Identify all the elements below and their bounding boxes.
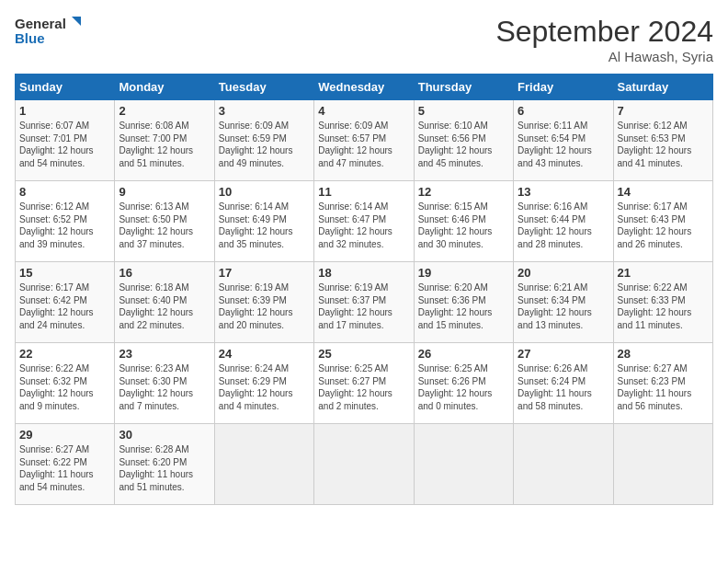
month-title: September 2024 bbox=[495, 15, 713, 49]
day-detail: Sunrise: 6:19 AMSunset: 6:37 PMDaylight:… bbox=[318, 282, 409, 331]
calendar-cell: 23Sunrise: 6:23 AMSunset: 6:30 PMDayligh… bbox=[115, 343, 214, 424]
col-header-thursday: Thursday bbox=[414, 75, 513, 100]
day-number: 10 bbox=[219, 185, 310, 199]
day-detail: Sunrise: 6:10 AMSunset: 6:56 PMDaylight:… bbox=[418, 120, 509, 169]
calendar-cell: 8Sunrise: 6:12 AMSunset: 6:52 PMDaylight… bbox=[16, 181, 115, 262]
day-number: 8 bbox=[19, 185, 110, 199]
day-number: 15 bbox=[19, 266, 110, 280]
day-detail: Sunrise: 6:18 AMSunset: 6:40 PMDaylight:… bbox=[119, 282, 210, 331]
calendar-cell: 13Sunrise: 6:16 AMSunset: 6:44 PMDayligh… bbox=[514, 181, 613, 262]
calendar-cell: 24Sunrise: 6:24 AMSunset: 6:29 PMDayligh… bbox=[214, 343, 313, 424]
day-detail: Sunrise: 6:14 AMSunset: 6:49 PMDaylight:… bbox=[219, 201, 310, 250]
day-number: 30 bbox=[119, 428, 210, 442]
svg-text:Blue: Blue bbox=[15, 30, 45, 46]
calendar-cell: 26Sunrise: 6:25 AMSunset: 6:26 PMDayligh… bbox=[414, 343, 513, 424]
calendar-cell: 9Sunrise: 6:13 AMSunset: 6:50 PMDaylight… bbox=[115, 181, 214, 262]
calendar-cell: 4Sunrise: 6:09 AMSunset: 6:57 PMDaylight… bbox=[314, 100, 414, 181]
day-detail: Sunrise: 6:24 AMSunset: 6:29 PMDaylight:… bbox=[219, 362, 310, 412]
calendar-cell: 11Sunrise: 6:14 AMSunset: 6:47 PMDayligh… bbox=[314, 181, 414, 262]
day-detail: Sunrise: 6:13 AMSunset: 6:50 PMDaylight:… bbox=[119, 201, 210, 250]
calendar-cell: 5Sunrise: 6:10 AMSunset: 6:56 PMDaylight… bbox=[414, 100, 513, 181]
calendar-cell: 18Sunrise: 6:19 AMSunset: 6:37 PMDayligh… bbox=[314, 262, 414, 343]
day-number: 1 bbox=[19, 104, 110, 118]
day-detail: Sunrise: 6:20 AMSunset: 6:36 PMDaylight:… bbox=[418, 282, 509, 331]
calendar-cell: 17Sunrise: 6:19 AMSunset: 6:39 PMDayligh… bbox=[214, 262, 313, 343]
calendar-cell: 25Sunrise: 6:25 AMSunset: 6:27 PMDayligh… bbox=[314, 343, 414, 424]
page-header: General Blue September 2024 Al Hawash, S… bbox=[15, 15, 713, 64]
day-number: 23 bbox=[119, 347, 210, 361]
calendar-cell: 10Sunrise: 6:14 AMSunset: 6:49 PMDayligh… bbox=[214, 181, 313, 262]
day-number: 9 bbox=[119, 185, 210, 199]
col-header-monday: Monday bbox=[115, 75, 214, 100]
day-detail: Sunrise: 6:22 AMSunset: 6:32 PMDaylight:… bbox=[19, 362, 110, 412]
day-number: 16 bbox=[119, 266, 210, 280]
calendar-cell: 12Sunrise: 6:15 AMSunset: 6:46 PMDayligh… bbox=[414, 181, 513, 262]
day-number: 5 bbox=[418, 104, 509, 118]
day-detail: Sunrise: 6:12 AMSunset: 6:52 PMDaylight:… bbox=[19, 201, 110, 250]
day-number: 19 bbox=[418, 266, 509, 280]
day-number: 28 bbox=[618, 347, 709, 361]
calendar-cell: 28Sunrise: 6:27 AMSunset: 6:23 PMDayligh… bbox=[613, 343, 712, 424]
day-detail: Sunrise: 6:27 AMSunset: 6:23 PMDaylight:… bbox=[618, 362, 709, 412]
calendar-cell: 20Sunrise: 6:21 AMSunset: 6:34 PMDayligh… bbox=[514, 262, 613, 343]
location: Al Hawash, Syria bbox=[495, 49, 713, 64]
day-detail: Sunrise: 6:28 AMSunset: 6:20 PMDaylight:… bbox=[119, 443, 210, 493]
calendar-cell bbox=[414, 424, 513, 505]
day-detail: Sunrise: 6:09 AMSunset: 6:57 PMDaylight:… bbox=[318, 120, 409, 169]
day-number: 7 bbox=[618, 104, 709, 118]
day-number: 4 bbox=[318, 104, 409, 118]
day-number: 13 bbox=[518, 185, 609, 199]
calendar-cell bbox=[314, 424, 414, 505]
calendar-cell: 2Sunrise: 6:08 AMSunset: 7:00 PMDaylight… bbox=[115, 100, 214, 181]
day-number: 14 bbox=[618, 185, 709, 199]
day-number: 22 bbox=[19, 347, 110, 361]
calendar-cell: 16Sunrise: 6:18 AMSunset: 6:40 PMDayligh… bbox=[115, 262, 214, 343]
calendar-cell bbox=[214, 424, 313, 505]
day-number: 20 bbox=[518, 266, 609, 280]
day-number: 3 bbox=[219, 104, 310, 118]
calendar-table: SundayMondayTuesdayWednesdayThursdayFrid… bbox=[15, 74, 713, 505]
day-number: 24 bbox=[219, 347, 310, 361]
day-detail: Sunrise: 6:11 AMSunset: 6:54 PMDaylight:… bbox=[518, 120, 609, 169]
day-detail: Sunrise: 6:14 AMSunset: 6:47 PMDaylight:… bbox=[318, 201, 409, 250]
day-number: 12 bbox=[418, 185, 509, 199]
svg-text:General: General bbox=[15, 16, 66, 31]
calendar-cell: 27Sunrise: 6:26 AMSunset: 6:24 PMDayligh… bbox=[514, 343, 613, 424]
calendar-cell: 22Sunrise: 6:22 AMSunset: 6:32 PMDayligh… bbox=[16, 343, 115, 424]
day-number: 27 bbox=[518, 347, 609, 361]
day-detail: Sunrise: 6:17 AMSunset: 6:42 PMDaylight:… bbox=[19, 282, 110, 331]
logo: General Blue bbox=[15, 15, 88, 48]
svg-marker-2 bbox=[72, 17, 81, 26]
day-detail: Sunrise: 6:09 AMSunset: 6:59 PMDaylight:… bbox=[219, 120, 310, 169]
day-number: 2 bbox=[119, 104, 210, 118]
day-detail: Sunrise: 6:23 AMSunset: 6:30 PMDaylight:… bbox=[119, 362, 210, 412]
calendar-cell: 30Sunrise: 6:28 AMSunset: 6:20 PMDayligh… bbox=[115, 424, 214, 505]
col-header-sunday: Sunday bbox=[16, 75, 115, 100]
calendar-cell: 3Sunrise: 6:09 AMSunset: 6:59 PMDaylight… bbox=[214, 100, 313, 181]
day-detail: Sunrise: 6:27 AMSunset: 6:22 PMDaylight:… bbox=[19, 443, 110, 493]
day-detail: Sunrise: 6:25 AMSunset: 6:27 PMDaylight:… bbox=[318, 362, 409, 412]
col-header-wednesday: Wednesday bbox=[314, 75, 414, 100]
day-detail: Sunrise: 6:26 AMSunset: 6:24 PMDaylight:… bbox=[518, 362, 609, 412]
calendar-cell: 21Sunrise: 6:22 AMSunset: 6:33 PMDayligh… bbox=[613, 262, 712, 343]
title-block: September 2024 Al Hawash, Syria bbox=[495, 15, 713, 64]
day-number: 26 bbox=[418, 347, 509, 361]
day-detail: Sunrise: 6:21 AMSunset: 6:34 PMDaylight:… bbox=[518, 282, 609, 331]
day-detail: Sunrise: 6:15 AMSunset: 6:46 PMDaylight:… bbox=[418, 201, 509, 250]
day-detail: Sunrise: 6:17 AMSunset: 6:43 PMDaylight:… bbox=[618, 201, 709, 250]
day-number: 17 bbox=[219, 266, 310, 280]
calendar-cell bbox=[514, 424, 613, 505]
day-number: 25 bbox=[318, 347, 409, 361]
day-number: 29 bbox=[19, 428, 110, 442]
day-number: 18 bbox=[318, 266, 409, 280]
calendar-cell: 19Sunrise: 6:20 AMSunset: 6:36 PMDayligh… bbox=[414, 262, 513, 343]
col-header-friday: Friday bbox=[514, 75, 613, 100]
calendar-cell: 29Sunrise: 6:27 AMSunset: 6:22 PMDayligh… bbox=[16, 424, 115, 505]
day-detail: Sunrise: 6:08 AMSunset: 7:00 PMDaylight:… bbox=[119, 120, 210, 169]
calendar-cell: 6Sunrise: 6:11 AMSunset: 6:54 PMDaylight… bbox=[514, 100, 613, 181]
day-detail: Sunrise: 6:12 AMSunset: 6:53 PMDaylight:… bbox=[618, 120, 709, 169]
col-header-saturday: Saturday bbox=[613, 75, 712, 100]
calendar-cell bbox=[613, 424, 712, 505]
calendar-cell: 14Sunrise: 6:17 AMSunset: 6:43 PMDayligh… bbox=[613, 181, 712, 262]
calendar-cell: 15Sunrise: 6:17 AMSunset: 6:42 PMDayligh… bbox=[16, 262, 115, 343]
